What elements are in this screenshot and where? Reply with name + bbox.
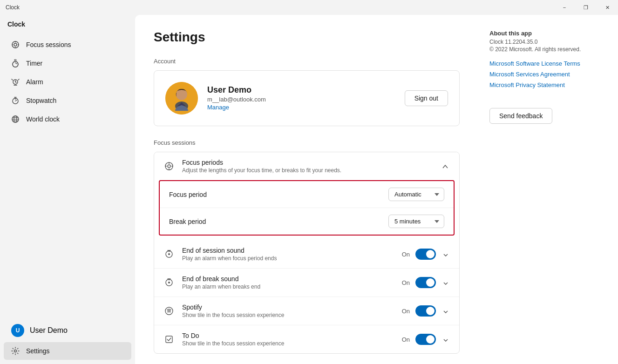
focus-periods-chevron[interactable] [441,161,450,172]
sidebar-item-world-clock[interactable]: World clock [4,110,131,128]
account-manage-link[interactable]: Manage [207,104,229,111]
alarm-icon [11,78,20,86]
sidebar-label-stopwatch: Stopwatch [26,97,56,104]
end-of-session-content: End of session sound Play an alarm when … [182,247,394,262]
end-of-session-desc: Play an alarm when focus period ends [182,255,394,262]
svg-point-35 [168,282,170,283]
sidebar-bottom: U User Demo Settings [0,319,135,360]
sidebar-label-world-clock: World clock [26,115,60,123]
sidebar: Clock Focus sessions [0,15,135,364]
todo-chevron[interactable] [441,334,450,345]
sign-out-button[interactable]: Sign out [405,90,448,106]
end-of-session-chevron[interactable] [441,249,450,260]
focus-periods-card: Focus periods Adjust the lengths of your… [154,152,460,354]
todo-title: To Do [182,332,394,339]
sidebar-item-alarm[interactable]: Alarm [4,73,131,91]
titlebar-controls: − ❐ ✕ [554,0,618,15]
spotify-chevron[interactable] [441,305,450,317]
end-of-session-row: End of session sound Play an alarm when … [154,240,459,269]
focus-sessions-section-label: Focus sessions [154,139,460,146]
end-of-session-toggle[interactable] [415,249,436,260]
titlebar-title: Clock [6,4,20,11]
sidebar-label-focus-sessions: Focus sessions [26,41,71,48]
sidebar-item-stopwatch[interactable]: Stopwatch [4,92,131,109]
svg-line-14 [15,100,17,101]
account-email: m__lab@outlook.com [207,96,395,103]
end-of-break-chevron[interactable] [441,277,450,288]
sidebar-label-timer: Timer [26,60,42,67]
svg-point-20 [14,350,17,352]
account-info: User Demo m__lab@outlook.com Manage [207,85,395,111]
sidebar-label-settings: Settings [26,347,50,355]
spotify-content: Spotify Show tile in the focus session e… [182,303,394,318]
sidebar-user[interactable]: U User Demo [4,319,131,342]
sidebar-label-alarm: Alarm [26,78,43,86]
about-version: Clock 11.2204.35.0 [489,39,607,45]
account-card: User Demo m__lab@outlook.com Manage Sign… [154,70,460,126]
about-title: About this app [489,30,607,37]
focus-periods-body: Focus period Automatic 25 minutes 30 min… [159,180,455,236]
svg-point-38 [165,307,173,315]
focus-period-row: Focus period Automatic 25 minutes 30 min… [160,181,454,208]
focus-periods-desc: Adjust the lengths of your focus time, o… [182,167,433,174]
spotify-desc: Show tile in the focus session experienc… [182,312,394,318]
sidebar-user-label: User Demo [30,326,68,335]
sidebar-item-timer[interactable]: Timer [4,54,131,72]
svg-point-0 [12,41,19,48]
spotify-row: Spotify Show tile in the focus session e… [154,297,459,325]
settings-icon [11,347,20,355]
sidebar-item-settings[interactable]: Settings [4,342,131,360]
focus-periods-header[interactable]: Focus periods Adjust the lengths of your… [154,152,459,180]
spotify-title: Spotify [182,303,394,311]
account-name: User Demo [207,85,395,95]
focus-icon [11,40,20,49]
timer-icon [11,59,20,67]
todo-row: To Do Show tile in the focus session exp… [154,325,459,353]
account-section-label: Account [154,58,460,65]
break-period-row: Break period 5 minutes 10 minutes 15 min… [160,208,454,235]
about-copyright: © 2022 Microsoft. All rights reserved. [489,46,607,53]
svg-point-1 [14,43,17,46]
end-of-break-content: End of break sound Play an alarm when br… [182,275,394,290]
spotify-toggle[interactable] [415,305,436,317]
minimize-button[interactable]: − [554,0,575,15]
end-of-break-toggle[interactable] [415,277,436,288]
account-avatar [165,82,198,115]
focus-periods-title: Focus periods [182,159,433,166]
services-agreement-link[interactable]: Microsoft Services Agreement [489,71,607,78]
end-of-break-icon [163,277,175,288]
spotify-toggle-label: On [402,308,410,315]
maximize-button[interactable]: ❐ [575,0,597,15]
end-of-session-icon [163,249,175,260]
end-of-break-controls: On [402,277,450,288]
close-button[interactable]: ✕ [597,0,618,15]
spotify-controls: On [402,305,450,317]
license-terms-link[interactable]: Microsoft Software License Terms [489,60,607,67]
todo-desc: Show tile in the focus session experienc… [182,340,394,347]
svg-rect-39 [166,336,172,343]
sidebar-item-focus-sessions[interactable]: Focus sessions [4,36,131,54]
sidebar-app-title: Clock [0,15,135,35]
world-clock-icon [11,115,20,123]
focus-period-label: Focus period [169,191,388,198]
end-of-session-controls: On [402,249,450,260]
focus-period-select[interactable]: Automatic 25 minutes 30 minutes 45 minut… [388,188,444,201]
stopwatch-icon [11,96,20,105]
send-feedback-button[interactable]: Send feedback [489,108,552,124]
end-of-break-toggle-label: On [402,279,410,286]
privacy-statement-link[interactable]: Microsoft Privacy Statement [489,81,607,88]
end-of-break-row: End of break sound Play an alarm when br… [154,269,459,297]
svg-rect-6 [14,60,16,61]
todo-icon [163,334,175,345]
svg-line-9 [15,82,16,82]
end-of-break-title: End of break sound [182,275,394,283]
user-avatar-small: U [11,324,24,337]
break-period-label: Break period [169,218,388,225]
break-period-select[interactable]: 5 minutes 10 minutes 15 minutes [388,215,444,228]
right-panel: About this app Clock 11.2204.35.0 © 2022… [478,15,618,364]
svg-point-25 [168,165,170,168]
focus-periods-icon [163,161,175,172]
todo-toggle-label: On [402,336,410,343]
todo-toggle[interactable] [415,334,436,345]
titlebar: Clock − ❐ ✕ [0,0,618,15]
